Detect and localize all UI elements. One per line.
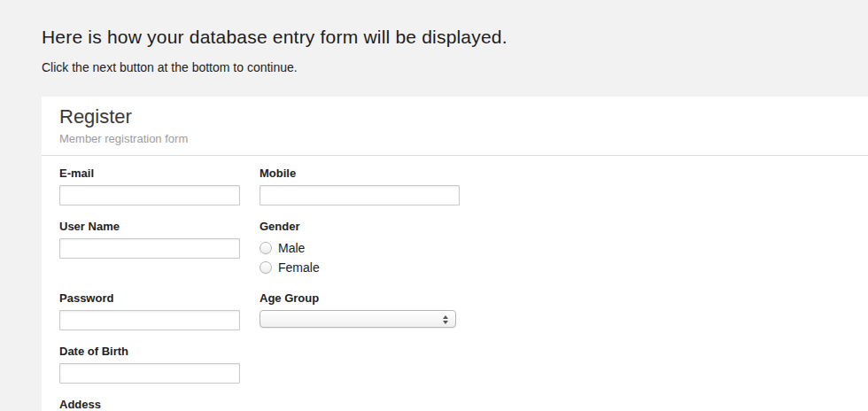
mobile-input[interactable] — [260, 185, 460, 206]
radio-male-label[interactable]: Male — [278, 241, 305, 255]
field-username: User Name — [59, 221, 260, 277]
age-group-label: Age Group — [260, 292, 460, 305]
form-row-username-gender: User Name Gender Male Female — [59, 221, 850, 277]
gender-option-male[interactable]: Male — [260, 238, 460, 258]
intro-section: Here is how your database entry form wil… — [0, 0, 868, 74]
address-label: Addess — [59, 399, 437, 411]
field-email: E-mail — [59, 167, 260, 206]
gender-label: Gender — [260, 221, 460, 233]
select-spinner-icon — [442, 314, 449, 326]
email-label: E-mail — [59, 167, 260, 180]
form-card: Register Member registration form E-mail… — [42, 97, 868, 411]
mobile-label: Mobile — [260, 167, 460, 180]
radio-male-icon[interactable] — [260, 242, 272, 254]
form-card-header: Register Member registration form — [42, 97, 868, 156]
radio-female-label[interactable]: Female — [278, 260, 320, 275]
gender-option-female[interactable]: Female — [260, 258, 460, 277]
form-subtitle: Member registration form — [59, 132, 850, 145]
form-row-dob: Date of Birth — [59, 345, 850, 384]
form-body: E-mail Mobile User Name Gender Male — [42, 156, 868, 411]
username-label: User Name — [59, 221, 260, 233]
email-input[interactable] — [59, 185, 240, 206]
page-subheading: Click the next button at the bottom to c… — [42, 60, 833, 74]
page-heading: Here is how your database entry form wil… — [42, 26, 833, 49]
form-row-email-mobile: E-mail Mobile — [59, 167, 850, 206]
form-row-password-agegroup: Password Age Group — [59, 292, 850, 330]
field-gender: Gender Male Female — [260, 221, 460, 277]
password-input[interactable] — [59, 310, 240, 330]
field-mobile: Mobile — [260, 167, 460, 206]
field-age-group: Age Group — [260, 292, 460, 330]
field-password: Password — [59, 292, 260, 330]
form-title: Register — [59, 105, 850, 129]
dob-input[interactable] — [59, 363, 240, 384]
dob-label: Date of Birth — [59, 345, 260, 358]
username-input[interactable] — [59, 238, 240, 259]
field-dob: Date of Birth — [59, 345, 260, 384]
form-row-address: Addess — [59, 399, 850, 411]
field-address: Addess — [59, 399, 437, 411]
age-group-select[interactable] — [260, 310, 456, 328]
radio-female-icon[interactable] — [260, 261, 272, 274]
password-label: Password — [59, 292, 260, 305]
